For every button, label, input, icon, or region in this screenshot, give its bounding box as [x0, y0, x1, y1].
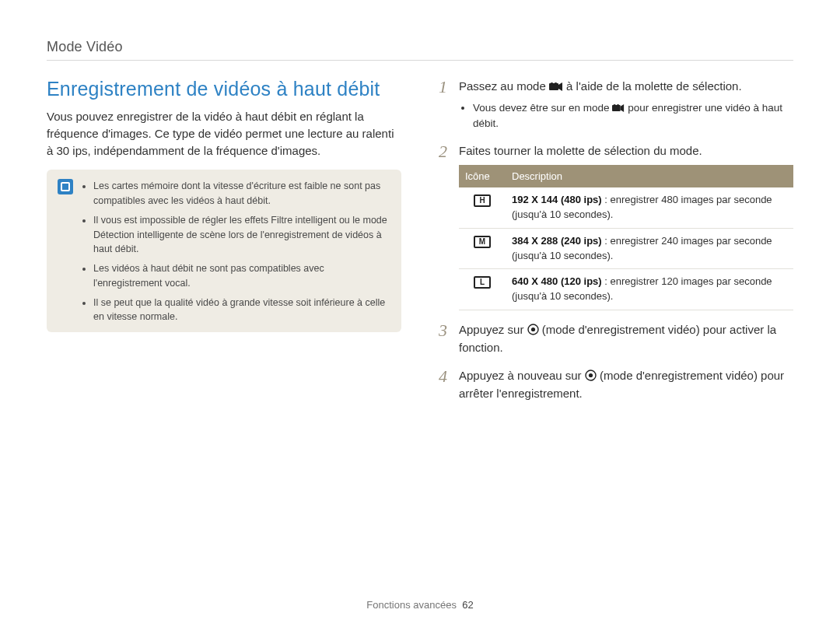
step-3: 3 Appuyez sur (mode d'enregistrement vid…: [439, 321, 793, 356]
table-row: L 640 X 480 (120 ips) : enregistrer 120 …: [459, 269, 793, 310]
step-subitem: Vous devez être sur en mode pour enregis…: [473, 100, 793, 132]
note-icon: [58, 179, 73, 194]
section-title: Enregistrement de vidéos à haut débit: [47, 78, 401, 100]
table-header-desc: Description: [506, 165, 793, 188]
svg-point-3: [554, 82, 557, 86]
note-item: Les vidéos à haut débit ne sont pas comp…: [93, 261, 390, 291]
page-header: Mode Vidéo: [47, 39, 793, 61]
table-header-icon: Icône: [459, 165, 506, 188]
step-number: 3: [439, 321, 451, 356]
table-row: M 384 X 288 (240 ips) : enregistrer 240 …: [459, 228, 793, 269]
resolution-bold: 384 X 288 (240 ips): [512, 235, 602, 247]
resolution-bold: 640 X 480 (120 ips): [512, 275, 602, 287]
svg-point-11: [589, 373, 593, 377]
step-body: Appuyez sur (mode d'enregistrement vidéo…: [459, 321, 793, 356]
note-list: Les cartes mémoire dont la vitesse d'écr…: [81, 179, 390, 324]
svg-marker-5: [621, 104, 624, 112]
step-text: Passez au mode: [459, 79, 549, 93]
page-number: 62: [462, 599, 473, 611]
step-1: 1 Passez au mode à l'aide de la molette …: [439, 78, 793, 131]
note-item: Il se peut que la qualité vidéo à grande…: [93, 296, 390, 325]
svg-point-7: [617, 104, 620, 107]
resolution-icon-cell: L: [459, 269, 506, 310]
step-text: Appuyez à nouveau sur: [459, 369, 585, 382]
step-number: 2: [439, 142, 451, 310]
step-text: Faites tourner la molette de sélection d…: [459, 144, 702, 157]
resolution-icon-cell: M: [459, 228, 506, 269]
step-2: 2 Faites tourner la molette de sélection…: [439, 142, 793, 310]
resolution-l-icon: L: [474, 276, 491, 289]
step-4: 4 Appuyez à nouveau sur (mode d'enregist…: [439, 367, 793, 402]
step-body: Appuyez à nouveau sur (mode d'enregistre…: [459, 367, 793, 402]
table-header-row: Icône Description: [459, 165, 793, 188]
svg-point-2: [550, 82, 553, 86]
resolution-bold: 192 X 144 (480 ips): [512, 194, 602, 205]
footer-section: Fonctions avancées: [366, 599, 457, 611]
movie-mode-icon: [549, 82, 563, 92]
page: Mode Vidéo Enregistrement de vidéos à ha…: [0, 0, 840, 634]
page-footer: Fonctions avancées 62: [47, 591, 793, 611]
svg-point-9: [530, 328, 534, 331]
resolution-table: Icône Description H 1: [459, 165, 793, 311]
svg-point-6: [614, 104, 617, 107]
svg-marker-1: [558, 82, 562, 91]
step-body: Faites tourner la molette de sélection d…: [459, 142, 793, 310]
step-body: Passez au mode à l'aide de la molette de…: [459, 78, 793, 131]
resolution-desc: 640 X 480 (120 ips) : enregistrer 120 im…: [506, 269, 793, 310]
step-text: Appuyez sur: [459, 323, 527, 336]
resolution-icon-cell: H: [459, 187, 506, 228]
movie-mode-icon: [612, 103, 625, 113]
step-number: 4: [439, 367, 451, 402]
resolution-desc: 192 X 144 (480 ips) : enregistrer 480 im…: [506, 187, 793, 228]
left-column: Enregistrement de vidéos à haut débit Vo…: [47, 78, 401, 591]
note-box: Les cartes mémoire dont la vitesse d'écr…: [47, 170, 401, 332]
step-subtext: Vous devez être sur en mode: [473, 102, 612, 114]
step-text: à l'aide de la molette de sélection.: [566, 79, 742, 93]
right-column: 1 Passez au mode à l'aide de la molette …: [439, 78, 793, 591]
resolution-h-icon: H: [474, 194, 491, 207]
step-sublist: Vous devez être sur en mode pour enregis…: [459, 100, 793, 132]
resolution-m-icon: M: [474, 236, 491, 248]
record-button-icon: [585, 370, 597, 381]
note-item: Les cartes mémoire dont la vitesse d'écr…: [93, 179, 390, 208]
step-number: 1: [439, 78, 451, 131]
table-row: H 192 X 144 (480 ips) : enregistrer 480 …: [459, 187, 793, 228]
intro-paragraph: Vous pouvez enregistrer de la vidéo à ha…: [47, 108, 401, 159]
record-button-icon: [527, 324, 539, 335]
note-item: Il vous est impossible de régler les eff…: [93, 213, 390, 257]
steps-list: 1 Passez au mode à l'aide de la molette …: [439, 78, 793, 402]
resolution-desc: 384 X 288 (240 ips) : enregistrer 240 im…: [506, 228, 793, 269]
content-columns: Enregistrement de vidéos à haut débit Vo…: [47, 78, 793, 591]
